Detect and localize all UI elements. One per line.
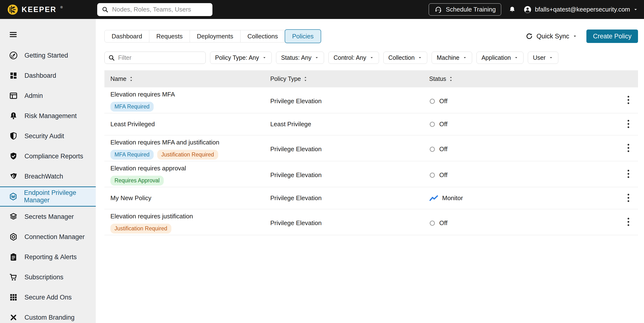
sidebar-item-subscriptions[interactable]: Subscriptions [0, 267, 96, 287]
sidebar-item-security-audit[interactable]: Security Audit [0, 126, 96, 146]
column-header-label: Status [429, 75, 446, 82]
avatar-icon [523, 5, 532, 14]
registered-mark: ® [60, 6, 63, 9]
policy-row[interactable]: Elevation requires approvalRequires Appr… [104, 161, 638, 187]
epm-hexagon-icon [9, 192, 18, 201]
caret-down-icon [262, 56, 267, 60]
status-off-icon [429, 98, 436, 104]
sidebar-item-label: Getting Started [24, 52, 68, 59]
sidebar-item-endpoint-privilege-manager[interactable]: Endpoint Privilege Manager [0, 186, 96, 206]
row-actions-menu-button[interactable] [626, 142, 631, 155]
policy-name: Elevation requires approval [110, 164, 186, 172]
sidebar-item-secure-add-ons[interactable]: Secure Add Ons [0, 287, 96, 308]
policy-type-cell: Privilege Elevation [270, 98, 429, 105]
column-header-name[interactable]: Name [104, 75, 270, 82]
tab-requests[interactable]: Requests [149, 30, 190, 42]
tab-deployments[interactable]: Deployments [190, 30, 240, 42]
sort-icon [129, 76, 133, 82]
filter-dropdown-user[interactable]: User [528, 52, 558, 64]
policies-table: NamePolicy TypeStatus Elevation requires… [104, 70, 638, 235]
tab-dashboard[interactable]: Dashboard [105, 30, 149, 42]
create-policy-button[interactable]: Create Policy [586, 30, 638, 43]
policy-row[interactable]: Elevation requires MFA and justification… [104, 135, 638, 161]
quick-sync-button[interactable]: Quick Sync [526, 32, 578, 40]
sidebar-item-custom-branding[interactable]: Custom Branding [0, 308, 96, 323]
filter-dropdown-machine[interactable]: Machine [432, 52, 472, 64]
filter-dropdowns: Policy Type: AnyStatus: AnyControl: AnyC… [210, 52, 558, 64]
row-actions-menu-button[interactable] [626, 192, 631, 205]
sidebar-item-getting-started[interactable]: Getting Started [0, 45, 96, 66]
sidebar-item-compliance-reports[interactable]: Compliance Reports [0, 146, 96, 166]
sidebar-item-secrets-manager[interactable]: Secrets Manager [0, 206, 96, 227]
grid-dots-icon [9, 293, 18, 302]
filter-dropdown-application[interactable]: Application [476, 52, 524, 64]
global-search-input[interactable] [112, 6, 208, 13]
status-off-icon [429, 146, 436, 152]
sidebar-item-label: Subscriptions [24, 274, 63, 281]
policy-row[interactable]: My New PolicyPrivilege ElevationMonitor [104, 187, 638, 209]
policy-row[interactable]: Elevation requires justificationJustific… [104, 209, 638, 235]
policy-status-cell[interactable]: Off [429, 219, 638, 227]
policy-type-cell: Privilege Elevation [270, 146, 429, 153]
policy-status-cell[interactable]: Off [429, 98, 638, 105]
filter-dropdown-label: Control: Any [334, 54, 366, 61]
search-icon [102, 6, 109, 13]
sidebar-item-admin[interactable]: Admin [0, 86, 96, 106]
menu-toggle-button[interactable] [9, 30, 18, 40]
policy-status-label: Off [439, 219, 448, 227]
policy-status-cell[interactable]: Off [429, 171, 638, 179]
policy-type-cell: Least Privilege [270, 120, 429, 128]
filter-dropdown-control[interactable]: Control: Any [328, 52, 379, 64]
policy-row[interactable]: Least PrivilegedLeast PrivilegeOff [104, 113, 638, 135]
policy-type-cell: Privilege Elevation [270, 194, 429, 202]
dashboard-icon [9, 71, 18, 80]
column-header-label: Policy Type [270, 75, 301, 82]
badge-justification-required: Justification Required [157, 150, 218, 160]
filter-dropdown-label: Collection [388, 54, 415, 61]
filter-dropdown-status[interactable]: Status: Any [276, 52, 324, 64]
keeper-logo-icon [7, 4, 18, 15]
caret-down-icon [514, 56, 518, 60]
sidebar-item-connection-manager[interactable]: Connection Manager [0, 227, 96, 247]
kebab-menu-icon [627, 217, 630, 226]
sidebar-item-label: Secrets Manager [24, 213, 74, 220]
filter-dropdown-label: Machine [436, 54, 460, 61]
badge-requires-approval: Requires Approval [110, 176, 164, 186]
caret-down-icon [314, 56, 319, 60]
policy-status-cell[interactable]: Off [429, 120, 638, 128]
status-off-icon [429, 121, 436, 128]
policy-status-cell[interactable]: Monitor [429, 194, 638, 202]
sidebar-item-reporting-alerts[interactable]: Reporting & Alerts [0, 247, 96, 267]
sidebar-item-dashboard[interactable]: Dashboard [0, 66, 96, 86]
sidebar-item-breachwatch[interactable]: BreachWatch [0, 166, 96, 186]
sidebar-item-risk-management[interactable]: Risk Management [0, 106, 96, 126]
row-actions-menu-button[interactable] [626, 94, 631, 107]
filter-input[interactable] [118, 54, 202, 61]
tab-collections[interactable]: Collections [240, 30, 285, 42]
account-menu[interactable]: bfalls+qatest@keepersecurity.com [523, 5, 638, 14]
filter-dropdown-collection[interactable]: Collection [383, 52, 428, 64]
policy-badges: MFA RequiredJustification Required [110, 150, 218, 160]
row-actions-menu-button[interactable] [626, 216, 631, 229]
column-header-status[interactable]: Status [429, 75, 638, 82]
row-actions-menu-button[interactable] [626, 168, 631, 181]
policy-badges: Justification Required [110, 224, 172, 234]
row-actions-menu-button[interactable] [626, 118, 631, 131]
schedule-training-button[interactable]: Schedule Training [429, 3, 501, 16]
policy-type-cell: Privilege Elevation [270, 219, 429, 227]
topbar-right: Schedule Training bfalls+qatest@keeperse… [429, 3, 644, 16]
tab-policies[interactable]: Policies [285, 29, 321, 43]
table-filter [104, 52, 206, 64]
table-body: Elevation requires MFAMFA RequiredPrivil… [104, 87, 638, 235]
filter-dropdown-label: User [533, 54, 546, 61]
policy-badges: Requires Approval [110, 176, 164, 186]
notifications-bell-icon[interactable] [508, 6, 516, 14]
policy-name-cell: Elevation requires MFAMFA Required [104, 87, 270, 115]
filter-dropdown-policy-type[interactable]: Policy Type: Any [210, 52, 272, 64]
column-header-policy-type[interactable]: Policy Type [270, 75, 429, 82]
filter-search-icon [108, 54, 115, 62]
policy-name: Elevation requires justification [110, 212, 193, 220]
policy-status-cell[interactable]: Off [429, 146, 638, 153]
policy-row[interactable]: Elevation requires MFAMFA RequiredPrivil… [104, 87, 638, 113]
policy-status-label: Off [439, 171, 448, 179]
